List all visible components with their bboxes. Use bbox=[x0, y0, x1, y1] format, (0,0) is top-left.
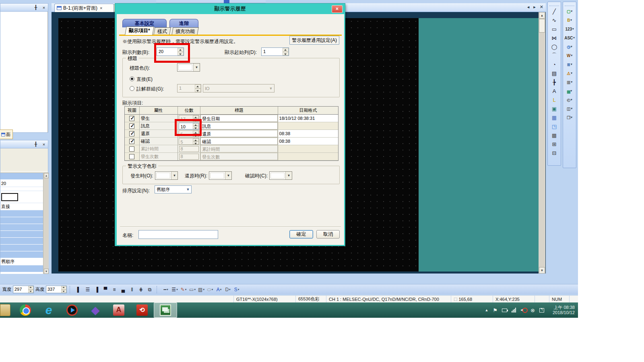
align-center-h-icon[interactable]: ☰ bbox=[84, 286, 92, 294]
taskbar-acrobat-button[interactable]: ⟲ bbox=[130, 302, 154, 318]
tray-blocked-icon[interactable]: ⊗ bbox=[530, 308, 535, 313]
spin-up-icon[interactable] bbox=[28, 286, 33, 290]
lamp-tool-icon[interactable]: B bbox=[563, 16, 576, 25]
subtab-style[interactable]: 樣式 bbox=[153, 27, 171, 35]
property-row-header[interactable] bbox=[0, 224, 43, 231]
row-checkbox[interactable] bbox=[129, 116, 134, 121]
spinner-buttons[interactable] bbox=[61, 286, 66, 293]
ok-button[interactable]: 確定 bbox=[289, 230, 313, 239]
distribute-v-icon[interactable]: ⋕ bbox=[137, 286, 145, 294]
scroll-up-icon[interactable]: ▲ bbox=[539, 12, 545, 19]
title-color-dropdown[interactable]: ▼ bbox=[177, 63, 200, 72]
property-row-header[interactable] bbox=[0, 251, 43, 258]
row-checkbox[interactable] bbox=[129, 131, 134, 136]
subtab-extended[interactable]: 擴充功能 bbox=[171, 27, 198, 35]
spinner-buttons[interactable] bbox=[193, 115, 199, 121]
property-row-header[interactable] bbox=[0, 210, 43, 217]
alarm-display-tool-icon[interactable]: ⚠ bbox=[563, 69, 576, 78]
rectangle-tool-icon[interactable]: ▭ bbox=[548, 25, 561, 33]
taskbar-ie-button[interactable]: e bbox=[37, 302, 60, 318]
tab-scroll-left-icon[interactable]: ◂ bbox=[527, 4, 530, 10]
align-middle-icon[interactable]: ≡ bbox=[110, 286, 118, 294]
spin-up-icon[interactable] bbox=[193, 131, 199, 134]
window-parts-tool-icon[interactable]: ❐ bbox=[563, 113, 576, 122]
alarm-common-settings-button[interactable]: 警示履歷通用設定(A) bbox=[289, 36, 339, 45]
tray-battery-icon[interactable] bbox=[502, 309, 507, 312]
frame-color-icon[interactable]: ▭ bbox=[188, 286, 196, 294]
taskbar-chrome-button[interactable] bbox=[14, 302, 37, 318]
scale-tool-icon[interactable]: ▤ bbox=[548, 69, 561, 78]
digits-spinner[interactable]: 10 bbox=[179, 123, 200, 130]
property-row-header[interactable] bbox=[0, 173, 43, 180]
canvas-vertical-scrollbar[interactable]: ▲ ▼ bbox=[539, 12, 545, 274]
scroll-down-icon[interactable]: ▼ bbox=[44, 269, 49, 274]
spinner-buttons[interactable] bbox=[178, 48, 184, 56]
align-left-icon[interactable]: ▌ bbox=[75, 286, 83, 294]
taskbar-clock[interactable]: 上午 08:38 2018/10/12 bbox=[544, 305, 578, 315]
stamp-tool-icon[interactable]: ▣ bbox=[548, 104, 561, 113]
object-frame-tool-icon[interactable]: ▩ bbox=[548, 131, 561, 140]
shape-style-icon[interactable]: S bbox=[233, 286, 241, 294]
align-bottom-icon[interactable]: ▄ bbox=[119, 286, 127, 294]
logo-tool-icon[interactable]: L bbox=[548, 95, 561, 104]
property-row-value[interactable]: 20 bbox=[0, 180, 43, 187]
spin-down-icon[interactable] bbox=[193, 141, 199, 144]
text-color-icon[interactable]: A bbox=[215, 286, 223, 294]
dialog-close-button[interactable]: × bbox=[332, 5, 343, 13]
close-icon[interactable]: × bbox=[41, 5, 46, 10]
line-style-icon[interactable]: ┅ bbox=[162, 286, 170, 294]
tray-volume-muted-icon[interactable] bbox=[520, 308, 526, 313]
occur-color-dropdown[interactable]: ▼ bbox=[155, 171, 178, 180]
restore-color-dropdown[interactable]: ▼ bbox=[209, 171, 232, 180]
row-checkbox[interactable] bbox=[129, 139, 134, 144]
line-color-icon[interactable]: ✎ bbox=[180, 286, 188, 294]
confirm-color-dropdown[interactable]: ▼ bbox=[269, 171, 292, 180]
editor-tab-b1[interactable]: B-1:(前面+背面) × bbox=[54, 4, 114, 12]
spin-down-icon[interactable] bbox=[283, 52, 289, 56]
property-grid-scrollbar[interactable]: ▲ ▼ bbox=[43, 173, 49, 274]
spin-down-icon[interactable] bbox=[193, 134, 199, 137]
property-row-input[interactable] bbox=[0, 191, 43, 203]
clock-display-tool-icon[interactable]: ◷ bbox=[563, 42, 576, 51]
comment-display-tool-icon[interactable]: W bbox=[563, 51, 576, 60]
parts-display-tool-icon[interactable]: ◫ bbox=[563, 104, 576, 113]
circle-tool-icon[interactable]: ◯ bbox=[548, 42, 561, 51]
align-right-icon[interactable]: ▐ bbox=[93, 286, 101, 294]
left-panel-tab-screen[interactable]: 面 bbox=[0, 130, 13, 139]
property-row-value[interactable]: 舊順序 bbox=[0, 258, 43, 265]
name-input[interactable] bbox=[138, 230, 218, 239]
piping-tool-icon[interactable]: ╊ bbox=[548, 78, 561, 86]
dropdown-arrow-icon[interactable]: ▼ bbox=[171, 172, 178, 179]
scroll-up-icon[interactable]: ▲ bbox=[44, 173, 49, 178]
direction-icon[interactable]: D bbox=[224, 286, 232, 294]
property-row-header[interactable] bbox=[0, 265, 43, 272]
row-title-field[interactable]: 發生日期 bbox=[200, 115, 277, 122]
arc-tool-icon[interactable]: ⌒ bbox=[548, 51, 561, 60]
fill-color-icon[interactable]: ⬭ bbox=[206, 286, 214, 294]
taskbar-visual-studio-button[interactable]: ◆ bbox=[84, 302, 107, 318]
spinner-buttons[interactable] bbox=[283, 48, 289, 56]
height-spinner[interactable]: 337 bbox=[46, 286, 67, 293]
spin-down-icon[interactable] bbox=[28, 290, 33, 293]
tab-close-icon[interactable]: × bbox=[100, 6, 102, 10]
scroll-down-icon[interactable]: ▼ bbox=[539, 267, 545, 274]
row-title-field[interactable]: 還原 bbox=[200, 130, 277, 137]
line-width-icon[interactable]: ☰ bbox=[171, 286, 179, 294]
display-start-row-spinner[interactable]: 1 bbox=[261, 47, 289, 56]
property-row-header[interactable] bbox=[0, 231, 43, 238]
graph-tool-icon[interactable]: ▅ bbox=[563, 86, 576, 95]
dropdown-arrow-icon[interactable]: ▼ bbox=[193, 64, 200, 71]
digits-spinner[interactable]: 17 bbox=[179, 115, 200, 122]
property-row-value[interactable] bbox=[0, 187, 43, 191]
spinner-buttons[interactable] bbox=[193, 123, 199, 129]
dropdown-arrow-icon[interactable]: ▼ bbox=[225, 172, 231, 179]
property-row-value[interactable]: 直接 bbox=[0, 203, 43, 210]
polygon-tool-icon[interactable]: ⋈ bbox=[548, 33, 561, 42]
digits-spinner[interactable]: 5 bbox=[179, 130, 200, 137]
spin-up-icon[interactable] bbox=[283, 48, 289, 52]
numerical-display-tool-icon[interactable]: 123 bbox=[563, 25, 576, 33]
recipe-tool-icon[interactable]: ▥ bbox=[563, 78, 576, 86]
distribute-h-icon[interactable]: ⫴ bbox=[128, 286, 136, 294]
historical-list-tool-icon[interactable]: ≣ bbox=[563, 60, 576, 69]
property-row-header[interactable] bbox=[0, 217, 43, 224]
